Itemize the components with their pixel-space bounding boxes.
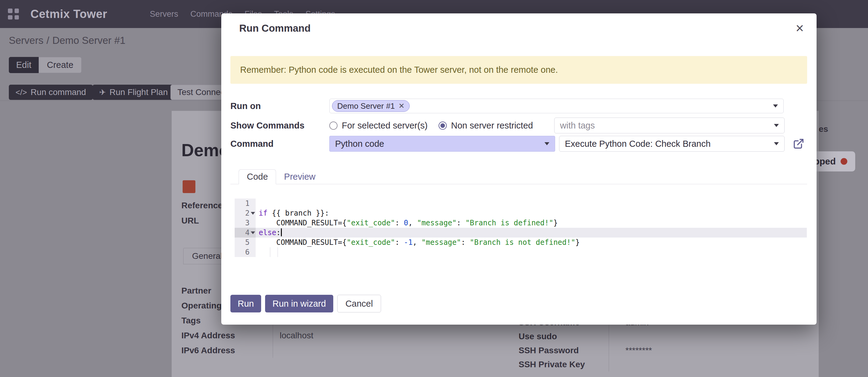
run-flight-plan-button[interactable]: ✈ Run Flight Plan — [93, 85, 175, 100]
run-button[interactable]: Run — [230, 295, 261, 313]
editor-code-line[interactable] — [256, 247, 807, 257]
modal-title: Run Command — [239, 23, 311, 34]
external-link-icon[interactable] — [793, 138, 804, 149]
chevron-down-icon[interactable] — [773, 105, 778, 108]
command-select[interactable]: Execute Python Code: Check Branch — [559, 136, 785, 152]
edit-button[interactable]: Edit — [9, 57, 39, 73]
color-swatch[interactable] — [183, 180, 195, 193]
code-token: {{ branch }}: — [268, 209, 329, 218]
text-cursor — [281, 228, 282, 236]
with-tags-placeholder: with tags — [560, 121, 595, 130]
fold-caret-icon[interactable] — [251, 231, 255, 234]
code-token: "exit_code" — [347, 219, 395, 227]
field-row: SSH Private Key — [519, 357, 811, 372]
radio-icon[interactable] — [439, 121, 447, 130]
tab-code[interactable]: Code — [239, 169, 276, 184]
create-button[interactable]: Create — [39, 57, 82, 73]
code-token: if — [259, 209, 268, 218]
field-label: SSH Password — [519, 344, 609, 357]
close-icon[interactable]: × — [796, 23, 804, 33]
chevron-down-icon[interactable] — [545, 142, 549, 145]
run-command-label: Run command — [31, 87, 86, 97]
code-preview-tabs: Code Preview — [230, 169, 807, 184]
code-token: "message" — [422, 238, 461, 246]
radio-icon[interactable] — [329, 121, 338, 130]
remove-tag-icon[interactable]: ✕ — [398, 102, 404, 110]
command-row: Command Python code Execute Python Code:… — [230, 136, 807, 152]
record-actions: Edit Create — [9, 57, 82, 73]
editor-gutter-2: 2 — [235, 208, 256, 218]
command-type-value: Python code — [335, 139, 384, 149]
field-row: IPv4 Addresslocalhost — [181, 328, 486, 343]
modal-body: Remember: Python code is executed on the… — [221, 56, 816, 313]
breadcrumb: Servers/Demo Server #1 — [9, 35, 128, 46]
clipped-text-fragment: es — [819, 124, 828, 134]
editor-line-3: 3 COMMAND_RESULT={"exit_code": 0, "messa… — [235, 218, 807, 228]
with-tags-select[interactable]: with tags — [554, 118, 785, 134]
apps-grid-icon[interactable] — [8, 8, 19, 20]
code-token: 0 — [404, 219, 408, 227]
editor-code-line[interactable]: if {{ branch }}: — [256, 208, 807, 218]
show-commands-label: Show Commands — [230, 121, 329, 130]
show-commands-row: Show Commands For selected server(s) Non… — [230, 118, 807, 134]
run-command-button[interactable]: </> Run command — [9, 85, 93, 100]
server-tag-pill: Demo Server #1 ✕ — [332, 100, 410, 112]
run-on-tags-field[interactable]: Demo Server #1 ✕ — [329, 99, 784, 113]
modal-header: Run Command × — [221, 13, 816, 35]
field-row: SSH Password******** — [519, 344, 811, 357]
code-token: "Branch is defined!" — [465, 219, 553, 227]
radio-for-selected-servers[interactable]: For selected server(s) — [329, 121, 428, 130]
indent-guide — [270, 247, 270, 257]
editor-line-5: 5 COMMAND_RESULT={"exit_code": -1, "mess… — [235, 237, 807, 247]
nav-item-servers[interactable]: Servers — [150, 9, 178, 19]
editor-code-line[interactable] — [256, 199, 807, 208]
radio-label: For selected server(s) — [342, 121, 428, 130]
code-token: "Branch is not defined!" — [470, 238, 576, 246]
editor-code-line[interactable]: else: — [256, 228, 807, 237]
editor-gutter-3: 3 — [235, 218, 256, 228]
field-label: IPv4 Address — [181, 328, 273, 343]
tab-preview[interactable]: Preview — [276, 169, 323, 184]
editor-code-line[interactable]: COMMAND_RESULT={"exit_code": -1, "messag… — [256, 237, 807, 247]
chevron-down-icon[interactable] — [774, 124, 779, 127]
code-token: , — [413, 238, 422, 246]
field-value: ******** — [609, 346, 652, 355]
run-in-wizard-button[interactable]: Run in wizard — [265, 295, 333, 313]
status-red-dot-icon — [841, 158, 847, 165]
cancel-button[interactable]: Cancel — [337, 295, 381, 313]
field-value: localhost — [273, 331, 313, 341]
code-token: "message" — [417, 219, 457, 227]
code-token: else — [259, 228, 276, 237]
editor-line-2: 2if {{ branch }}: — [235, 208, 807, 218]
code-token: : — [457, 219, 465, 227]
code-token: : — [395, 238, 404, 246]
indent-guide — [278, 247, 278, 257]
code-token: , — [408, 219, 417, 227]
code-editor[interactable]: 12if {{ branch }}:3 COMMAND_RESULT={"exi… — [235, 199, 807, 257]
radio-non-server-restricted[interactable]: Non server restricted — [439, 121, 533, 130]
flight-plan-icon: ✈ — [99, 88, 106, 97]
run-command-modal: Run Command × Remember: Python code is e… — [221, 13, 816, 325]
field-row: IPv6 Address — [181, 343, 486, 358]
field-label: SSH Private Key — [519, 357, 609, 372]
breadcrumb-section[interactable]: Servers — [9, 35, 43, 46]
field-row: Use sudo — [519, 329, 811, 344]
chevron-down-icon[interactable] — [774, 142, 779, 145]
python-warning-alert: Remember: Python code is executed on the… — [230, 56, 807, 84]
breadcrumb-separator: / — [46, 35, 49, 46]
editor-gutter-6: 6 — [235, 247, 256, 257]
run-on-label: Run on — [230, 101, 329, 111]
editor-code-line[interactable]: COMMAND_RESULT={"exit_code": 0, "message… — [256, 218, 807, 228]
modal-footer: Run Run in wizard Cancel — [230, 295, 807, 313]
code-token: : — [461, 238, 470, 246]
editor-gutter-5: 5 — [235, 237, 256, 247]
field-label: IPv6 Address — [181, 343, 273, 358]
code-token: "exit_code" — [347, 238, 395, 246]
run-flight-plan-label: Run Flight Plan — [110, 87, 168, 97]
code-token: } — [553, 219, 558, 227]
app-brand: Cetmix Tower — [30, 8, 107, 21]
code-token: : — [276, 228, 281, 237]
command-type-select[interactable]: Python code — [329, 136, 555, 152]
fold-caret-icon[interactable] — [251, 212, 255, 215]
field-label: Use sudo — [519, 329, 609, 344]
